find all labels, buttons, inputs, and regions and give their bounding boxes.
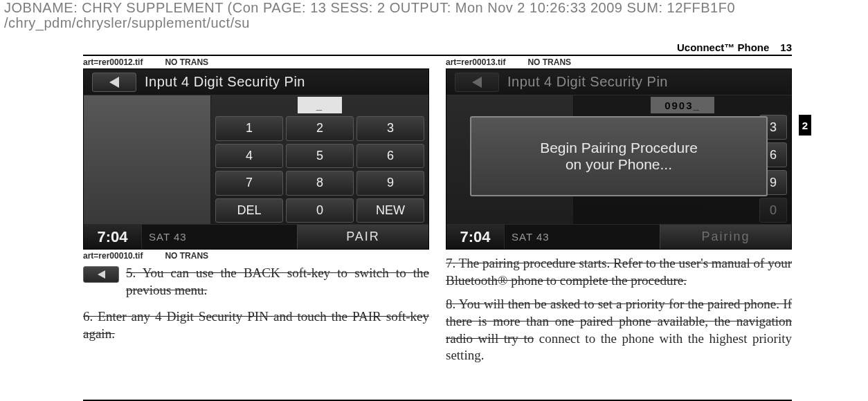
page-number: 13 bbox=[780, 41, 792, 53]
key-2[interactable]: 2 bbox=[286, 116, 354, 141]
thumb-tab-2[interactable]: 2 bbox=[799, 115, 811, 136]
screen-side-pane bbox=[84, 95, 211, 224]
step-5-row: 5. You can use the BACK soft-key to swit… bbox=[83, 265, 429, 306]
pair-button[interactable]: PAIR bbox=[297, 225, 428, 249]
art-file: art=rer00010.tif bbox=[83, 251, 143, 261]
screen-header: Input 4 Digit Security Pin bbox=[446, 69, 791, 95]
back-chip-icon bbox=[83, 266, 119, 283]
step-5: 5. You can use the BACK soft-key to swit… bbox=[126, 265, 429, 297]
art-caption-top-left: art=rer00012.tif NO TRANS bbox=[83, 56, 429, 68]
pin-input[interactable]: _ bbox=[298, 97, 342, 113]
section-title: Uconnect™ Phone bbox=[677, 41, 769, 53]
screen-pairing: Input 4 Digit Security Pin 0903_ 3 bbox=[446, 68, 792, 250]
running-head: Uconnect™ Phone 13 bbox=[83, 41, 792, 53]
art-trans: NO TRANS bbox=[527, 57, 571, 67]
key-1[interactable]: 1 bbox=[215, 116, 283, 141]
left-text: 5. You can use the BACK soft-key to swit… bbox=[83, 265, 429, 350]
back-button[interactable] bbox=[92, 73, 136, 92]
screen-title: Input 4 Digit Security Pin bbox=[145, 74, 305, 90]
screen-body: _ 1 2 3 4 5 6 7 8 9 DEL bbox=[84, 95, 428, 224]
back-button[interactable] bbox=[455, 73, 499, 92]
dialog-line2: on your Phone... bbox=[566, 156, 672, 173]
step-8: 8. You will then be asked to set a prior… bbox=[446, 296, 792, 364]
arrow-left-icon bbox=[98, 270, 105, 279]
key-3[interactable]: 3 bbox=[356, 116, 424, 141]
screen-footer: 7:04 SAT 43 PAIR bbox=[84, 224, 428, 249]
pairing-dialog: Begin Pairing Procedure on your Phone... bbox=[470, 116, 768, 196]
thumb-index: 2 bbox=[799, 97, 811, 136]
screen-header: Input 4 Digit Security Pin bbox=[84, 69, 428, 95]
right-text: 7. The pairing procedure starts. Refer t… bbox=[446, 252, 792, 371]
columns: art=rer00012.tif NO TRANS Input 4 Digit … bbox=[83, 56, 792, 371]
keypad: 1 2 3 4 5 6 7 8 9 DEL 0 bbox=[215, 116, 424, 223]
art-trans: NO TRANS bbox=[165, 251, 208, 261]
page-body: Uconnect™ Phone 13 art=rer00012.tif NO T… bbox=[83, 37, 792, 401]
pin-input[interactable]: 0903_ bbox=[651, 97, 714, 113]
job-header-line2: /chry_pdm/chrysler/supplement/uct/su bbox=[4, 15, 864, 30]
key-9[interactable]: 9 bbox=[356, 171, 424, 196]
key-4[interactable]: 4 bbox=[215, 144, 283, 169]
pairing-button[interactable]: Pairing bbox=[660, 225, 791, 249]
art-trans: NO TRANS bbox=[165, 57, 208, 67]
key-del[interactable]: DEL bbox=[215, 198, 283, 223]
key-0[interactable]: 0 bbox=[759, 198, 787, 223]
clock: 7:04 bbox=[446, 225, 505, 249]
key-7[interactable]: 7 bbox=[215, 171, 283, 196]
step-6: 6. Enter any 4 Digit Security PIN and to… bbox=[83, 309, 429, 341]
keypad-area: _ 1 2 3 4 5 6 7 8 9 DEL bbox=[211, 95, 428, 224]
screen-pin-entry: Input 4 Digit Security Pin _ 1 2 3 4 5 bbox=[83, 68, 429, 250]
job-header-line1: JOBNAME: CHRY SUPPLEMENT (Con PAGE: 13 S… bbox=[4, 0, 864, 15]
sat-label: SAT 43 bbox=[505, 225, 660, 249]
key-5[interactable]: 5 bbox=[286, 144, 354, 169]
art-file: art=rer00012.tif bbox=[83, 57, 143, 67]
page-root: JOBNAME: CHRY SUPPLEMENT (Con PAGE: 13 S… bbox=[0, 0, 868, 401]
step-7: 7. The pairing procedure starts. Refer t… bbox=[446, 256, 792, 288]
art-file: art=rer00013.tif bbox=[446, 57, 505, 67]
dialog-line1: Begin Pairing Procedure bbox=[540, 140, 698, 156]
job-header: JOBNAME: CHRY SUPPLEMENT (Con PAGE: 13 S… bbox=[0, 0, 868, 30]
screen-footer: 7:04 SAT 43 Pairing bbox=[446, 224, 791, 249]
clock: 7:04 bbox=[84, 225, 142, 249]
arrow-left-icon bbox=[472, 77, 482, 88]
arrow-left-icon bbox=[109, 77, 119, 88]
left-column: art=rer00012.tif NO TRANS Input 4 Digit … bbox=[83, 56, 429, 371]
key-new[interactable]: NEW bbox=[356, 198, 424, 223]
key-6[interactable]: 6 bbox=[356, 144, 424, 169]
art-caption-top-right: art=rer00013.tif NO TRANS bbox=[446, 56, 792, 68]
sat-label: SAT 43 bbox=[142, 225, 297, 249]
screen-title: Input 4 Digit Security Pin bbox=[507, 74, 668, 90]
art-caption-bottom-left: art=rer00010.tif NO TRANS bbox=[83, 250, 429, 262]
key-8[interactable]: 8 bbox=[286, 171, 354, 196]
key-0[interactable]: 0 bbox=[286, 198, 354, 223]
right-column: art=rer00013.tif NO TRANS Input 4 Digit … bbox=[446, 56, 792, 371]
